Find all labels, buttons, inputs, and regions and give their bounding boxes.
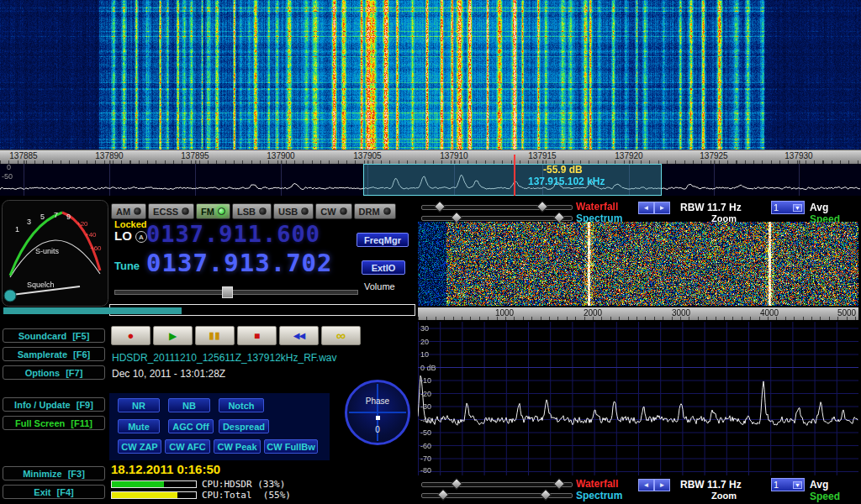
cw-peak-button[interactable]: CW Peak — [214, 439, 261, 454]
despread-button[interactable]: Despread — [219, 419, 269, 433]
avg-select[interactable]: 1 ▼ — [771, 478, 805, 491]
record-button[interactable]: ● — [111, 326, 151, 345]
cpu-hdsdr-bar — [111, 480, 197, 488]
key-label: [F3] — [68, 469, 85, 479]
notch-button[interactable]: Notch — [219, 398, 264, 412]
play-button[interactable]: ▶ — [153, 326, 193, 345]
phase-dial[interactable]: Phase 0 — [345, 380, 410, 445]
tune-label: Tune — [114, 260, 140, 272]
mode-label: LSB — [237, 207, 256, 217]
slider-thumb[interactable] — [434, 201, 446, 213]
loop-button[interactable]: ∞ — [321, 326, 361, 345]
avg-label: Avg — [810, 202, 828, 213]
zoom-right-button[interactable]: ► — [654, 202, 670, 214]
lo-lock-badge-icon[interactable]: A — [135, 231, 147, 243]
slider-thumb[interactable] — [540, 489, 552, 501]
nb-button[interactable]: NB — [168, 398, 210, 412]
scale-ticks — [418, 317, 858, 320]
phase-dot-icon — [376, 416, 380, 420]
rewind-icon: ◀◀ — [293, 331, 304, 340]
spectrum-contrast-slider[interactable] — [421, 493, 573, 498]
audio-frequency-scale[interactable]: 1000 2000 3000 4000 5000 — [418, 307, 858, 320]
squelch-label: Squelch — [27, 281, 55, 289]
main-waterfall-display[interactable] — [0, 0, 861, 150]
s-meter-tick-label: 9 — [66, 213, 71, 221]
ruler-label: 137890 — [95, 151, 123, 160]
mode-label: CW — [320, 207, 335, 217]
cw-fullbw-button[interactable]: CW FullBw — [264, 439, 318, 454]
mode-led-icon — [259, 207, 267, 215]
button-label: Info / Update — [14, 400, 71, 410]
volume-slider[interactable] — [114, 286, 358, 297]
mode-led-icon — [301, 207, 309, 215]
info-update-button[interactable]: Info / Update [F9] — [3, 397, 105, 412]
spectrum-contrast-slider[interactable] — [421, 216, 573, 221]
stop-button[interactable]: ■ — [237, 326, 277, 345]
slider-thumb[interactable] — [553, 478, 565, 490]
mode-drm-button[interactable]: DRM — [354, 203, 396, 219]
tune-frequency-display[interactable]: 0137.913.702 — [146, 249, 333, 277]
zoom-left-button[interactable]: ◄ — [638, 202, 654, 214]
avg-select[interactable]: 1 ▼ — [771, 201, 805, 214]
mode-fm-button[interactable]: FM — [196, 203, 230, 219]
scale-label: 5000 — [837, 308, 856, 318]
frequency-ruler[interactable]: 137885 137890 137895 137900 137905 13791… — [0, 150, 861, 164]
tune-marker-line — [514, 164, 515, 196]
s-units-label: S-units — [35, 247, 60, 255]
zoom-label: Zoom — [711, 491, 737, 501]
cw-zap-button[interactable]: CW ZAP — [118, 439, 161, 454]
cpu-total-text: CPU:Total (55%) — [202, 490, 291, 501]
s-meter-tick-label: 1 — [15, 225, 19, 234]
waterfall-contrast-slider[interactable] — [421, 205, 573, 210]
transport-controls: ● ▶ ▮▮ ■ ◀◀ ∞ — [111, 326, 361, 345]
strip-db-bottom: -50 — [2, 172, 13, 181]
display-controls-bottom: Waterfall Spectrum ◄ ► RBW 11.7 Hz Zoom … — [418, 477, 861, 501]
mode-am-button[interactable]: AM — [111, 203, 146, 219]
key-label: [F11] — [71, 418, 92, 428]
mode-label: AM — [116, 207, 130, 217]
waterfall-tab[interactable]: Waterfall — [576, 201, 618, 213]
passband-selection[interactable] — [363, 164, 662, 196]
slider-thumb[interactable] — [437, 489, 449, 501]
mode-label: ECSS — [153, 207, 178, 217]
minimize-button[interactable]: Minimize [F3] — [3, 466, 105, 480]
audio-spectrum-display[interactable] — [418, 322, 858, 475]
mode-cw-button[interactable]: CW — [315, 203, 351, 219]
spectrum-tab[interactable]: Spectrum — [576, 490, 622, 501]
slider-thumb[interactable] — [536, 201, 548, 213]
squelch-knob[interactable] — [4, 290, 16, 302]
soundcard-button[interactable]: Soundcard [F5] — [3, 328, 105, 343]
lo-frequency-display[interactable]: 0137.911.600 — [146, 221, 320, 247]
zoom-left-button[interactable]: ◄ — [638, 479, 654, 491]
volume-track[interactable] — [114, 290, 358, 295]
zoom-right-button[interactable]: ► — [654, 479, 670, 491]
mode-lsb-button[interactable]: LSB — [232, 203, 272, 219]
volume-thumb[interactable] — [222, 286, 233, 298]
s-meter-tick-label: +60 — [90, 244, 102, 252]
mode-ecss-button[interactable]: ECSS — [148, 203, 194, 219]
mode-usb-button[interactable]: USB — [273, 203, 314, 219]
freqmgr-button[interactable]: FreqMgr — [357, 233, 409, 247]
zoom-waterfall-display[interactable] — [418, 222, 858, 306]
exit-button[interactable]: Exit [F4] — [3, 485, 105, 499]
waterfall-contrast-slider[interactable] — [421, 482, 573, 487]
extio-button[interactable]: ExtIO — [362, 260, 405, 275]
waterfall-tab[interactable]: Waterfall — [576, 478, 618, 490]
rf-spectrum-strip[interactable]: 0 -50 -55.9 dB 137.915.102 kHz — [0, 164, 861, 196]
signal-level-readout: -55.9 dB — [543, 164, 583, 176]
rewind-button[interactable]: ◀◀ — [279, 326, 319, 345]
mute-button[interactable]: Mute — [118, 419, 160, 433]
slider-thumb[interactable] — [451, 478, 462, 490]
nr-button[interactable]: NR — [118, 398, 160, 412]
agc-off-button[interactable]: AGC Off — [168, 419, 214, 433]
pause-button[interactable]: ▮▮ — [195, 326, 235, 345]
mode-selector: AM ECSS FM LSB USB CW DRM — [111, 203, 396, 219]
ruler-label: 137905 — [353, 151, 381, 160]
fullscreen-button[interactable]: Full Screen [F11] — [3, 416, 105, 430]
samplerate-button[interactable]: Samplerate [F6] — [3, 347, 105, 361]
ruler-label: 137910 — [440, 151, 467, 160]
options-button[interactable]: Options [F7] — [3, 365, 105, 380]
cw-afc-button[interactable]: CW AFC — [165, 439, 210, 454]
key-label: [F7] — [66, 368, 82, 378]
button-label: Samplerate — [18, 349, 67, 360]
